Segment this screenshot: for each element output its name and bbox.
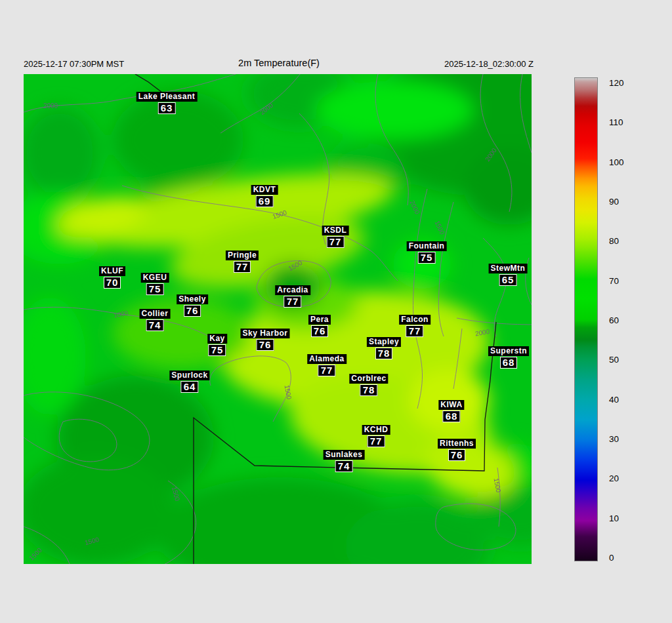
station-name: Lake Pleasant xyxy=(136,92,198,102)
station-temperature: 76 xyxy=(184,305,201,317)
station-falcon: Falcon77 xyxy=(399,313,430,337)
station-temperature: 78 xyxy=(375,348,393,359)
colorbar-tick-70: 70 xyxy=(609,275,619,285)
station-temperature: 74 xyxy=(335,460,353,472)
map-area: Lake Pleasant63KDVT69KSDL77Fountain75Ste… xyxy=(24,74,532,564)
station-pringle: Pringle77 xyxy=(226,249,259,273)
colorbar-tick-100: 100 xyxy=(609,157,624,167)
station-temperature: 77 xyxy=(406,325,424,337)
station-rittenhs: Rittenhs76 xyxy=(438,437,476,461)
temperature-field xyxy=(24,74,532,564)
station-alameda: Alameda77 xyxy=(307,352,346,376)
station-temperature: 78 xyxy=(360,384,378,396)
station-temperature: 74 xyxy=(146,319,164,331)
station-temperature: 75 xyxy=(418,252,436,264)
station-kiwa: KIWA68 xyxy=(438,398,464,422)
station-name: Collier xyxy=(140,309,171,319)
station-temperature: 77 xyxy=(284,296,302,308)
station-name: Pringle xyxy=(226,251,259,260)
station-kluf: KLUF70 xyxy=(99,264,125,289)
station-temperature: 76 xyxy=(311,325,329,337)
station-temperature: 65 xyxy=(499,274,517,286)
station-temperature: 76 xyxy=(257,339,274,351)
station-name: KSDL xyxy=(322,226,349,235)
station-name: Alameda xyxy=(307,354,346,364)
station-name: Superstn xyxy=(488,346,529,356)
station-temperature: 75 xyxy=(146,283,164,295)
station-stapley: Stapley78 xyxy=(367,335,401,359)
colorbar-tick-40: 40 xyxy=(609,394,619,404)
station-kdvt: KDVT69 xyxy=(251,183,278,207)
colorbar-tick-60: 60 xyxy=(609,315,619,325)
station-name: Spurlock xyxy=(169,371,209,380)
station-name: Corblrec xyxy=(349,374,388,384)
station-name: Falcon xyxy=(399,315,430,325)
station-corblrec: Corblrec78 xyxy=(349,372,388,396)
colorbar-tick-110: 110 xyxy=(609,117,623,127)
station-spurlock: Spurlock64 xyxy=(169,369,209,393)
station-ksdl: KSDL77 xyxy=(322,224,349,248)
station-collier: Collier74 xyxy=(140,307,171,331)
station-name: KGEU xyxy=(141,273,169,283)
station-arcadia: Arcadia77 xyxy=(275,283,310,308)
colorbar-tick-120: 120 xyxy=(609,78,624,88)
station-name: KIWA xyxy=(438,400,464,410)
station-name: KDVT xyxy=(251,185,278,195)
station-name: Sunlakes xyxy=(324,450,365,460)
station-temperature: 77 xyxy=(327,236,345,248)
station-stewmtn: StewMtn65 xyxy=(489,262,528,286)
station-temperature: 77 xyxy=(368,435,385,447)
station-temperature: 63 xyxy=(158,102,176,114)
station-fountain: Fountain75 xyxy=(407,239,447,264)
station-temperature: 68 xyxy=(443,411,461,422)
station-temperature: 70 xyxy=(104,277,121,289)
station-temperature: 68 xyxy=(500,357,518,369)
station-name: Sheely xyxy=(177,294,208,304)
valid-utc-time: 2025-12-18_02:30:00 Z xyxy=(444,59,534,69)
station-temperature: 64 xyxy=(181,381,199,393)
station-sheely: Sheely76 xyxy=(177,292,208,317)
station-pera: Pera76 xyxy=(308,313,331,337)
station-superstn: Superstn68 xyxy=(488,344,529,369)
station-kchd: KCHD77 xyxy=(362,423,390,447)
station-temperature: 77 xyxy=(318,365,336,376)
colorbar-tick-10: 10 xyxy=(609,513,619,523)
station-lake-pleasant: Lake Pleasant63 xyxy=(136,90,198,114)
station-sunlakes: Sunlakes74 xyxy=(324,448,365,472)
colorbar-tick-0: 0 xyxy=(609,552,614,562)
colorbar-tick-50: 50 xyxy=(609,355,619,365)
temperature-colorbar xyxy=(574,77,598,561)
station-name: Rittenhs xyxy=(438,439,476,449)
colorbar-tick-30: 30 xyxy=(609,433,619,443)
station-name: Arcadia xyxy=(275,285,310,295)
station-name: KCHD xyxy=(362,425,390,435)
colorbar-tick-80: 80 xyxy=(609,236,619,246)
station-name: KLUF xyxy=(99,266,125,276)
colorbar-tick-20: 20 xyxy=(609,473,619,483)
station-sky-harbor: Sky Harbor76 xyxy=(240,327,289,351)
station-kgeu: KGEU75 xyxy=(141,271,169,295)
station-temperature: 76 xyxy=(448,449,466,461)
station-name: StewMtn xyxy=(489,264,528,273)
station-name: Kay xyxy=(207,334,227,344)
colorbar-tick-90: 90 xyxy=(609,196,619,206)
station-name: Fountain xyxy=(407,241,447,251)
station-kay: Kay75 xyxy=(207,332,227,356)
station-temperature: 69 xyxy=(256,195,274,207)
station-name: Pera xyxy=(308,315,331,325)
station-name: Stapley xyxy=(367,337,401,347)
station-temperature: 75 xyxy=(209,344,226,356)
colorbar-tick-labels: 1201101009080706050403020100 xyxy=(609,77,648,561)
contour-label: 2000 xyxy=(43,102,58,110)
station-name: Sky Harbor xyxy=(240,329,289,338)
station-temperature: 77 xyxy=(234,261,251,273)
